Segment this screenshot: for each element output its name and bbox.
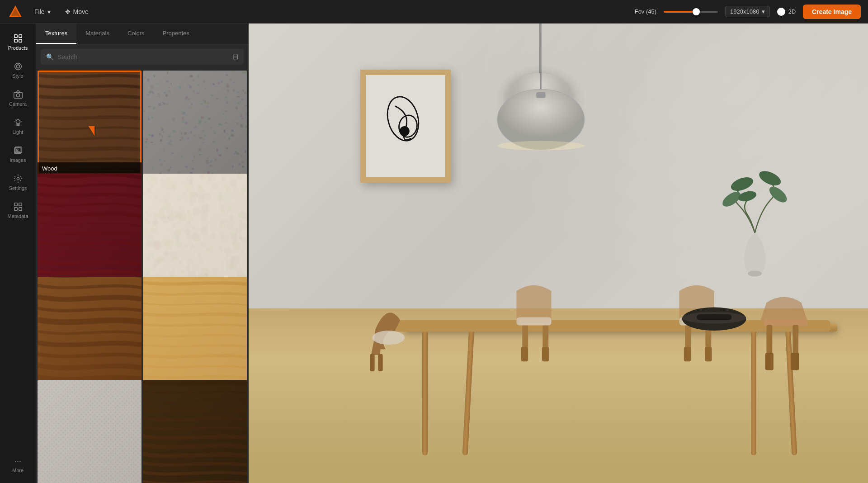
svg-point-7 xyxy=(16,65,19,68)
topbar-right: Fov (45) 1920x1080 ▾ 2D Create Image xyxy=(635,5,861,19)
cursor-arrow-icon xyxy=(88,126,94,136)
file-label: File xyxy=(34,8,45,15)
svg-rect-3 xyxy=(19,35,21,38)
texture-item-fabric[interactable] xyxy=(38,380,142,483)
svg-rect-2 xyxy=(14,35,17,38)
texture-item-plaster[interactable] xyxy=(143,174,247,278)
scene-wall-shadow xyxy=(466,24,868,299)
more-dots-icon: ··· xyxy=(14,456,21,466)
texture-canvas-light-wood xyxy=(143,277,247,381)
slider-track[interactable] xyxy=(664,11,718,13)
light-label: Light xyxy=(13,129,24,135)
mode-label: 2D xyxy=(788,8,796,15)
style-icon xyxy=(13,62,23,71)
tab-textures[interactable]: Textures xyxy=(36,24,76,44)
sidebar-item-style[interactable]: Style xyxy=(2,57,34,83)
sidebar-item-products[interactable]: Products xyxy=(2,29,34,55)
metadata-label: Metadata xyxy=(8,213,28,219)
more-label: More xyxy=(12,468,24,473)
svg-point-15 xyxy=(17,177,19,180)
chevron-down-icon: ▾ xyxy=(47,8,51,15)
texture-canvas-plaster xyxy=(143,174,247,278)
fov-slider[interactable] xyxy=(664,11,718,13)
images-icon xyxy=(13,146,23,156)
search-icon: 🔍 xyxy=(46,53,54,61)
move-icon: ✥ xyxy=(65,8,71,15)
texture-canvas-brown-wood xyxy=(38,277,142,381)
texture-canvas-dark-wood2 xyxy=(143,380,247,483)
texture-item-brown-wood[interactable] xyxy=(38,277,142,381)
search-bar: 🔍 ⊟ xyxy=(41,49,244,65)
texture-item-red-wood[interactable] xyxy=(38,174,142,278)
floor-reflection xyxy=(249,308,868,483)
svg-point-22 xyxy=(399,126,409,136)
filter-icon[interactable]: ⊟ xyxy=(232,52,238,61)
art-frame xyxy=(360,70,451,183)
app-logo xyxy=(7,4,24,20)
style-label: Style xyxy=(12,73,23,79)
sidebar-item-camera[interactable]: Camera xyxy=(2,85,34,111)
tab-properties[interactable]: Properties xyxy=(153,24,198,44)
svg-rect-4 xyxy=(14,39,17,42)
pendant-shade xyxy=(508,73,571,114)
sidebar-item-more[interactable]: ··· More xyxy=(2,450,34,478)
svg-rect-16 xyxy=(14,203,17,206)
create-image-button[interactable]: Create Image xyxy=(803,5,861,19)
slider-thumb[interactable] xyxy=(693,8,700,15)
images-label: Images xyxy=(9,157,26,163)
svg-rect-5 xyxy=(19,39,21,42)
svg-point-11 xyxy=(16,120,20,124)
tab-materials[interactable]: Materials xyxy=(76,24,118,44)
texture-item-wood[interactable]: Wood xyxy=(38,71,142,175)
viewport xyxy=(249,24,868,483)
resolution-dropdown[interactable]: 1920x1080 ▾ xyxy=(725,6,770,17)
table-leg-1 xyxy=(422,327,428,455)
search-input[interactable] xyxy=(57,53,229,61)
panel-tabs: Textures Materials Colors Properties xyxy=(36,24,248,44)
texture-item-dark-wood2[interactable] xyxy=(143,380,247,483)
sidebar-item-images[interactable]: Images xyxy=(2,141,34,167)
svg-rect-19 xyxy=(19,208,21,210)
texture-grid: Wood xyxy=(36,69,248,483)
settings-icon xyxy=(13,174,23,184)
texture-canvas-wood xyxy=(38,71,142,175)
sidebar-item-metadata[interactable]: Metadata xyxy=(2,197,34,223)
settings-label: Settings xyxy=(9,185,27,191)
sidebar-item-light[interactable]: Light xyxy=(2,113,34,139)
texture-panel: Textures Materials Colors Properties 🔍 ⊟… xyxy=(36,24,249,483)
sidebar-item-settings[interactable]: Settings xyxy=(2,169,34,195)
texture-canvas-concrete xyxy=(143,71,247,175)
move-label: Move xyxy=(73,8,89,15)
pendant-glow xyxy=(507,112,572,118)
svg-rect-18 xyxy=(14,208,17,210)
products-label: Products xyxy=(8,45,28,51)
main-area: Products Style Camera Ligh xyxy=(0,24,868,483)
resolution-label: 1920x1080 xyxy=(730,8,759,15)
tab-colors[interactable]: Colors xyxy=(118,24,154,44)
svg-rect-17 xyxy=(19,203,21,206)
scene-floor xyxy=(249,308,868,483)
texture-item-concrete[interactable] xyxy=(143,71,247,175)
texture-canvas-fabric xyxy=(38,380,142,483)
mode-toggle[interactable]: 2D xyxy=(777,8,796,16)
svg-point-20 xyxy=(382,93,423,144)
camera-label: Camera xyxy=(9,101,27,107)
texture-item-light-wood[interactable] xyxy=(143,277,247,381)
grid-icon xyxy=(13,33,23,43)
topbar: File ▾ ✥ Move Fov (45) 1920x1080 ▾ 2D Cr… xyxy=(0,0,868,24)
texture-label-wood: Wood xyxy=(38,162,142,175)
art-drawing xyxy=(366,75,445,177)
svg-point-10 xyxy=(16,94,19,97)
table-leg-3 xyxy=(751,327,756,455)
mode-dot xyxy=(777,8,785,16)
art-inner xyxy=(366,75,445,177)
resolution-chevron-icon: ▾ xyxy=(762,8,765,15)
sidebar: Products Style Camera Ligh xyxy=(0,24,36,483)
fov-label: Fov (45) xyxy=(635,8,656,15)
camera-icon xyxy=(13,90,23,99)
metadata-icon xyxy=(13,202,23,212)
move-button[interactable]: ✥ Move xyxy=(65,8,89,15)
file-menu[interactable]: File ▾ xyxy=(34,8,51,15)
pendant-cord xyxy=(539,24,540,78)
texture-canvas-red-wood xyxy=(38,174,142,278)
